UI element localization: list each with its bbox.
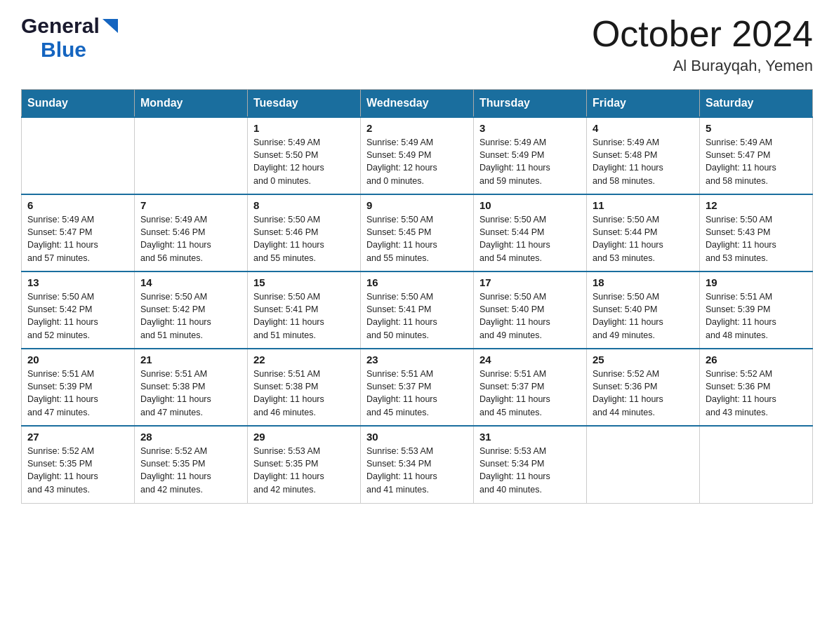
day-number: 5 [706, 122, 807, 134]
calendar-header-sunday: Sunday [22, 90, 135, 118]
title-area: October 2024 Al Burayqah, Yemen [592, 14, 813, 75]
location-title: Al Burayqah, Yemen [592, 57, 813, 75]
calendar-day-20: 20Sunrise: 5:51 AM Sunset: 5:39 PM Dayli… [22, 349, 135, 426]
calendar-day-4: 4Sunrise: 5:49 AM Sunset: 5:48 PM Daylig… [587, 117, 700, 194]
calendar-day-29: 29Sunrise: 5:53 AM Sunset: 5:35 PM Dayli… [248, 426, 361, 503]
day-number: 10 [479, 199, 581, 211]
calendar-header-thursday: Thursday [474, 90, 587, 118]
day-info: Sunrise: 5:50 AM Sunset: 5:41 PM Dayligh… [366, 292, 437, 340]
day-info: Sunrise: 5:52 AM Sunset: 5:36 PM Dayligh… [593, 369, 663, 417]
calendar-table: SundayMondayTuesdayWednesdayThursdayFrid… [21, 89, 813, 504]
day-number: 15 [253, 276, 355, 288]
day-info: Sunrise: 5:51 AM Sunset: 5:38 PM Dayligh… [140, 369, 211, 417]
calendar-header-friday: Friday [587, 90, 700, 118]
calendar-day-11: 11Sunrise: 5:50 AM Sunset: 5:44 PM Dayli… [587, 194, 700, 271]
day-number: 6 [27, 199, 128, 211]
day-info: Sunrise: 5:49 AM Sunset: 5:48 PM Dayligh… [593, 137, 663, 185]
calendar-header-tuesday: Tuesday [248, 90, 361, 118]
calendar-day-17: 17Sunrise: 5:50 AM Sunset: 5:40 PM Dayli… [474, 271, 587, 349]
day-number: 1 [253, 122, 355, 134]
calendar-day-22: 22Sunrise: 5:51 AM Sunset: 5:38 PM Dayli… [248, 349, 361, 426]
day-info: Sunrise: 5:50 AM Sunset: 5:45 PM Dayligh… [366, 215, 437, 262]
day-number: 17 [479, 276, 581, 288]
calendar-day-6: 6Sunrise: 5:49 AM Sunset: 5:47 PM Daylig… [22, 194, 135, 271]
day-number: 8 [253, 199, 355, 211]
calendar-day-7: 7Sunrise: 5:49 AM Sunset: 5:46 PM Daylig… [135, 194, 248, 271]
day-number: 29 [253, 431, 355, 443]
calendar-day-27: 27Sunrise: 5:52 AM Sunset: 5:35 PM Dayli… [22, 426, 135, 503]
day-number: 2 [366, 122, 468, 134]
day-info: Sunrise: 5:50 AM Sunset: 5:40 PM Dayligh… [479, 292, 550, 340]
logo-blue-text: Blue [41, 38, 86, 61]
day-info: Sunrise: 5:53 AM Sunset: 5:34 PM Dayligh… [366, 446, 437, 494]
calendar-day-21: 21Sunrise: 5:51 AM Sunset: 5:38 PM Dayli… [135, 349, 248, 426]
calendar-day-1: 1Sunrise: 5:49 AM Sunset: 5:50 PM Daylig… [248, 117, 361, 194]
day-info: Sunrise: 5:53 AM Sunset: 5:35 PM Dayligh… [253, 446, 324, 494]
day-number: 26 [706, 354, 807, 365]
logo-general-text: General [21, 14, 100, 38]
day-info: Sunrise: 5:52 AM Sunset: 5:35 PM Dayligh… [140, 446, 211, 494]
day-number: 22 [253, 354, 355, 365]
calendar-empty-cell [587, 426, 700, 503]
calendar-week-row: 6Sunrise: 5:49 AM Sunset: 5:47 PM Daylig… [22, 194, 813, 271]
day-info: Sunrise: 5:50 AM Sunset: 5:44 PM Dayligh… [593, 215, 663, 262]
calendar-header-wednesday: Wednesday [361, 90, 474, 118]
calendar-day-12: 12Sunrise: 5:50 AM Sunset: 5:43 PM Dayli… [700, 194, 813, 271]
day-number: 20 [27, 354, 128, 365]
calendar-header-monday: Monday [135, 90, 248, 118]
day-info: Sunrise: 5:50 AM Sunset: 5:43 PM Dayligh… [706, 215, 776, 262]
logo-arrow-icon [102, 19, 118, 36]
day-number: 3 [479, 122, 581, 134]
calendar-day-31: 31Sunrise: 5:53 AM Sunset: 5:34 PM Dayli… [474, 426, 587, 503]
day-info: Sunrise: 5:49 AM Sunset: 5:50 PM Dayligh… [253, 137, 324, 185]
calendar-day-9: 9Sunrise: 5:50 AM Sunset: 5:45 PM Daylig… [361, 194, 474, 271]
calendar-empty-cell [22, 117, 135, 194]
calendar-day-3: 3Sunrise: 5:49 AM Sunset: 5:49 PM Daylig… [474, 117, 587, 194]
calendar-day-25: 25Sunrise: 5:52 AM Sunset: 5:36 PM Dayli… [587, 349, 700, 426]
day-number: 30 [366, 431, 468, 443]
day-info: Sunrise: 5:51 AM Sunset: 5:39 PM Dayligh… [27, 369, 98, 417]
day-number: 24 [479, 354, 581, 365]
day-info: Sunrise: 5:49 AM Sunset: 5:49 PM Dayligh… [366, 137, 437, 185]
calendar-day-16: 16Sunrise: 5:50 AM Sunset: 5:41 PM Dayli… [361, 271, 474, 349]
calendar-day-28: 28Sunrise: 5:52 AM Sunset: 5:35 PM Dayli… [135, 426, 248, 503]
day-number: 9 [366, 199, 468, 211]
day-info: Sunrise: 5:50 AM Sunset: 5:46 PM Dayligh… [253, 215, 324, 262]
day-info: Sunrise: 5:51 AM Sunset: 5:39 PM Dayligh… [706, 292, 776, 340]
day-number: 12 [706, 199, 807, 211]
calendar-day-15: 15Sunrise: 5:50 AM Sunset: 5:41 PM Dayli… [248, 271, 361, 349]
day-info: Sunrise: 5:51 AM Sunset: 5:38 PM Dayligh… [253, 369, 324, 417]
day-number: 7 [140, 199, 241, 211]
day-info: Sunrise: 5:49 AM Sunset: 5:47 PM Dayligh… [27, 215, 98, 262]
day-number: 27 [27, 431, 128, 443]
day-number: 14 [140, 276, 241, 288]
day-info: Sunrise: 5:52 AM Sunset: 5:35 PM Dayligh… [27, 446, 98, 494]
calendar-day-24: 24Sunrise: 5:51 AM Sunset: 5:37 PM Dayli… [474, 349, 587, 426]
day-number: 23 [366, 354, 468, 365]
calendar-day-19: 19Sunrise: 5:51 AM Sunset: 5:39 PM Dayli… [700, 271, 813, 349]
day-number: 18 [593, 276, 694, 288]
calendar-week-row: 1Sunrise: 5:49 AM Sunset: 5:50 PM Daylig… [22, 117, 813, 194]
calendar-day-8: 8Sunrise: 5:50 AM Sunset: 5:46 PM Daylig… [248, 194, 361, 271]
day-number: 25 [593, 354, 694, 365]
calendar-week-row: 20Sunrise: 5:51 AM Sunset: 5:39 PM Dayli… [22, 349, 813, 426]
logo: General Blue [21, 14, 118, 62]
calendar-header-row: SundayMondayTuesdayWednesdayThursdayFrid… [22, 90, 813, 118]
header: General Blue October 2024 Al Burayqah, Y… [21, 14, 813, 75]
calendar-day-26: 26Sunrise: 5:52 AM Sunset: 5:36 PM Dayli… [700, 349, 813, 426]
day-number: 16 [366, 276, 468, 288]
calendar-header-saturday: Saturday [700, 90, 813, 118]
calendar-week-row: 27Sunrise: 5:52 AM Sunset: 5:35 PM Dayli… [22, 426, 813, 503]
day-info: Sunrise: 5:49 AM Sunset: 5:47 PM Dayligh… [706, 137, 776, 185]
calendar-day-2: 2Sunrise: 5:49 AM Sunset: 5:49 PM Daylig… [361, 117, 474, 194]
day-info: Sunrise: 5:50 AM Sunset: 5:44 PM Dayligh… [479, 215, 550, 262]
day-number: 21 [140, 354, 241, 365]
calendar-day-13: 13Sunrise: 5:50 AM Sunset: 5:42 PM Dayli… [22, 271, 135, 349]
day-info: Sunrise: 5:51 AM Sunset: 5:37 PM Dayligh… [479, 369, 550, 417]
svg-marker-0 [102, 19, 118, 33]
day-info: Sunrise: 5:50 AM Sunset: 5:40 PM Dayligh… [593, 292, 663, 340]
day-info: Sunrise: 5:50 AM Sunset: 5:42 PM Dayligh… [140, 292, 211, 340]
calendar-day-14: 14Sunrise: 5:50 AM Sunset: 5:42 PM Dayli… [135, 271, 248, 349]
month-title: October 2024 [592, 14, 813, 54]
day-number: 13 [27, 276, 128, 288]
